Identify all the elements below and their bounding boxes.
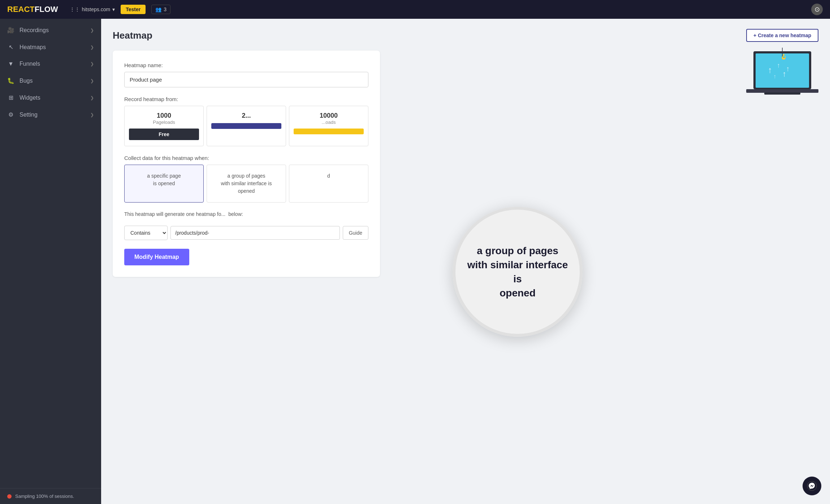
svg-text:↑: ↑ — [782, 69, 786, 78]
logo-flow: FLOW — [35, 5, 58, 14]
magnifier-overlay: a group of pages with similar interface … — [453, 207, 583, 337]
messenger-icon — [807, 481, 817, 491]
magnifier-line3: opened — [500, 287, 536, 299]
users-icon: 👥 — [155, 6, 161, 12]
collect-group-line3: opened — [211, 187, 281, 195]
avatar-icon: ⊙ — [814, 5, 820, 13]
main-layout: 🎥 Recordings ❯ ↖ Heatmaps ❯ ▼ Funnels ❯ … — [0, 19, 830, 504]
collect-label: Collect data for this heatmap when: — [124, 155, 368, 161]
magnifier-text: a group of pages with similar interface … — [455, 243, 580, 300]
right-illustration-panel: ↑ ↑ ↑ ↑ ↑ 🪝 — [746, 48, 818, 107]
sidebar-item-label-setting: Setting — [20, 112, 38, 118]
site-selector[interactable]: ⋮⋮ hitsteps.com ▾ — [70, 6, 115, 12]
svg-text:↑: ↑ — [773, 73, 776, 79]
site-icon: ⋮⋮ — [70, 6, 80, 12]
widgets-icon: ⊞ — [7, 94, 14, 101]
users-badge[interactable]: 👥 3 — [151, 5, 170, 14]
record-from-label: Record heatmap from: — [124, 96, 368, 102]
collect-option-specific[interactable]: a specific page is opened — [124, 165, 204, 203]
users-count: 3 — [164, 6, 167, 12]
pl-number-1000: 1000 — [129, 112, 199, 120]
guide-button[interactable]: Guide — [343, 226, 368, 240]
setting-chevron-icon: ❯ — [90, 112, 94, 117]
sidebar-item-heatmaps[interactable]: ↖ Heatmaps ❯ — [0, 39, 101, 56]
sidebar-item-label-bugs: Bugs — [20, 78, 33, 84]
setting-icon: ⚙ — [7, 111, 14, 118]
svg-text:↑: ↑ — [786, 65, 790, 73]
pl-label-1000: Pageloads — [129, 120, 199, 125]
funnels-chevron-icon: ❯ — [90, 61, 94, 66]
logo-react: REACT — [7, 5, 35, 14]
filter-suffix-label: below: — [228, 211, 243, 217]
sidebar-item-label-widgets: Widgets — [20, 95, 40, 101]
site-name: hitsteps.com — [82, 6, 111, 12]
collect-option-third[interactable]: d — [289, 165, 368, 203]
svg-point-11 — [807, 481, 817, 491]
pl-btn-free[interactable]: Free — [129, 129, 199, 140]
sidebar-item-label-heatmaps: Heatmaps — [20, 44, 46, 51]
laptop-illustration: ↑ ↑ ↑ ↑ ↑ 🪝 — [746, 48, 818, 105]
heatmaps-icon: ↖ — [7, 44, 14, 51]
pl-label-10000: ...oads — [294, 120, 364, 125]
heatmap-name-input[interactable] — [124, 72, 368, 87]
sidebar-item-label-funnels: Funnels — [20, 61, 40, 67]
svg-rect-10 — [764, 92, 800, 95]
recordings-icon: 🎥 — [7, 27, 14, 34]
filter-condition-select[interactable]: Contains Equals Starts with — [124, 226, 168, 240]
pl-btn-mid[interactable] — [211, 123, 281, 129]
filter-input-row: Contains Equals Starts with Guide — [124, 226, 368, 240]
collect-group-line1: a group of pages — [211, 172, 281, 180]
avatar[interactable]: ⊙ — [811, 4, 823, 15]
sidebar-item-funnels[interactable]: ▼ Funnels ❯ — [0, 56, 101, 72]
sidebar-item-bugs[interactable]: 🐛 Bugs ❯ — [0, 72, 101, 89]
magnifier-line2: with similar interface is — [467, 259, 568, 284]
recordings-chevron-icon: ❯ — [90, 28, 94, 33]
main-content: Heatmap + Create a new heatmap Heatmap n… — [101, 19, 830, 504]
pageload-option-1000[interactable]: 1000 Pageloads Free — [124, 106, 204, 146]
pl-btn-10000[interactable] — [294, 129, 364, 134]
svg-text:🪝: 🪝 — [781, 54, 787, 60]
pageload-option-mid[interactable]: 2... — [207, 106, 286, 146]
funnels-icon: ▼ — [7, 61, 14, 67]
heatmap-form-card: Heatmap name: Record heatmap from: 1000 … — [113, 51, 380, 277]
filter-url-input[interactable] — [170, 226, 340, 240]
sidebar-item-setting[interactable]: ⚙ Setting ❯ — [0, 106, 101, 123]
bugs-icon: 🐛 — [7, 77, 14, 84]
pageload-option-10000[interactable]: 10000 ...oads — [289, 106, 368, 146]
sampling-label: Sampling 100% of sessions. — [15, 494, 74, 499]
messenger-button[interactable] — [803, 477, 821, 495]
widgets-chevron-icon: ❯ — [90, 95, 94, 100]
heatmaps-chevron-icon: ❯ — [90, 45, 94, 50]
tester-button[interactable]: Tester — [121, 5, 146, 14]
topnav: REACTFLOW ⋮⋮ hitsteps.com ▾ Tester 👥 3 ⊙ — [0, 0, 830, 19]
collect-options-row: a specific page is opened a group of pag… — [124, 165, 368, 203]
create-heatmap-button[interactable]: + Create a new heatmap — [746, 29, 818, 42]
collect-third-line1: d — [294, 172, 364, 180]
pageload-options-row: 1000 Pageloads Free 2... 10000 ...oads — [124, 106, 368, 146]
pl-number-mid: 2... — [211, 112, 281, 120]
pl-number-10000: 10000 — [294, 112, 364, 120]
filter-row: This heatmap will generate one heatmap f… — [124, 211, 368, 217]
collect-specific-line1: a specific page — [129, 172, 199, 180]
magnifier-line1: a group of pages — [477, 245, 558, 256]
modify-heatmap-button[interactable]: Modify Heatmap — [124, 249, 189, 265]
sidebar-item-label-recordings: Recordings — [20, 27, 49, 34]
app-logo[interactable]: REACTFLOW — [7, 5, 58, 14]
sidebar: 🎥 Recordings ❯ ↖ Heatmaps ❯ ▼ Funnels ❯ … — [0, 19, 101, 504]
heatmap-name-label: Heatmap name: — [124, 62, 368, 68]
svg-text:↑: ↑ — [777, 62, 780, 69]
svg-rect-9 — [746, 89, 818, 93]
collect-group-line2: with similar interface is — [211, 180, 281, 187]
filter-intro-label: This heatmap will generate one heatmap f… — [124, 211, 225, 217]
page-header: Heatmap + Create a new heatmap — [113, 29, 818, 42]
bugs-chevron-icon: ❯ — [90, 78, 94, 83]
collect-specific-line2: is opened — [129, 180, 199, 187]
sidebar-item-widgets[interactable]: ⊞ Widgets ❯ — [0, 89, 101, 106]
svg-text:↑: ↑ — [768, 65, 772, 75]
sampling-dot — [7, 494, 12, 499]
collect-option-group[interactable]: a group of pages with similar interface … — [207, 165, 286, 203]
sidebar-item-recordings[interactable]: 🎥 Recordings ❯ — [0, 22, 101, 39]
page-title: Heatmap — [113, 30, 152, 41]
sampling-bar: Sampling 100% of sessions. — [0, 488, 101, 504]
site-chevron-icon: ▾ — [112, 6, 115, 12]
